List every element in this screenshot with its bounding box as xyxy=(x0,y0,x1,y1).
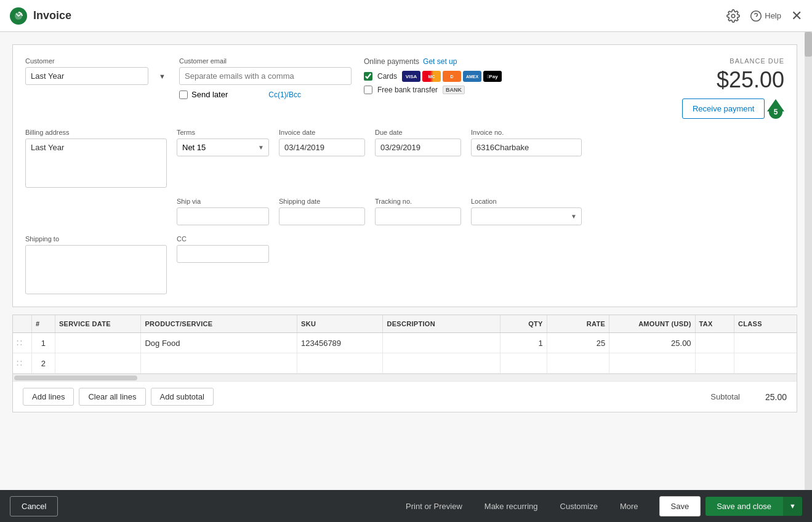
tax-cell-1[interactable] xyxy=(695,333,734,353)
th-class: CLASS xyxy=(734,315,797,333)
qty-cell-2[interactable] xyxy=(500,353,547,374)
sku-cell-2[interactable] xyxy=(297,353,383,374)
class-input-1[interactable] xyxy=(738,339,793,348)
shipping-date-field-group: Shipping date xyxy=(279,198,365,225)
main-content-area: Customer Last Year ▼ Customer email Send… xyxy=(0,32,812,490)
make-recurring-button[interactable]: Make recurring xyxy=(473,497,549,516)
print-preview-button[interactable]: Print or Preview xyxy=(395,497,473,516)
rate-input-1[interactable] xyxy=(551,339,605,348)
sku-input-2[interactable] xyxy=(301,359,379,368)
qty-input-1[interactable] xyxy=(504,339,543,348)
terms-label: Terms xyxy=(177,129,269,136)
class-input-2[interactable] xyxy=(738,359,793,368)
invoice-form: Customer Last Year ▼ Customer email Send… xyxy=(12,44,797,307)
bank-icon: BANK xyxy=(443,86,465,94)
horizontal-scrollbar[interactable] xyxy=(13,374,797,381)
help-button[interactable]: Help xyxy=(750,10,781,22)
settings-button[interactable] xyxy=(726,9,740,23)
add-lines-button[interactable]: Add lines xyxy=(23,388,74,406)
page-title: Invoice xyxy=(33,9,71,22)
terms-select[interactable]: Net 15 Net 30 Net 60 Due on receipt xyxy=(177,139,269,156)
description-input-2[interactable] xyxy=(387,359,496,368)
tax-cell-2[interactable] xyxy=(695,353,734,374)
product-cell-1[interactable] xyxy=(141,333,297,353)
th-sku: SKU xyxy=(297,315,383,333)
service-date-input-2[interactable] xyxy=(59,359,137,368)
bank-transfer-label: Free bank transfer xyxy=(377,86,438,94)
save-button[interactable]: Save xyxy=(659,496,701,516)
table-scroll-area[interactable]: # SERVICE DATE PRODUCT/SERVICE SKU DESCR… xyxy=(13,315,797,374)
product-cell-2[interactable] xyxy=(141,353,297,374)
table-row: ∷ 1 25.00 xyxy=(13,333,797,353)
due-date-input[interactable]: 03/29/2019 xyxy=(375,139,461,156)
tracking-no-input[interactable] xyxy=(375,207,461,225)
table-header-row: # SERVICE DATE PRODUCT/SERVICE SKU DESCR… xyxy=(13,315,797,333)
save-and-close-dropdown-button[interactable]: ▼ xyxy=(782,497,802,516)
service-date-cell-2[interactable] xyxy=(55,353,140,374)
row-num-2: 2 xyxy=(31,353,55,374)
add-subtotal-button[interactable]: Add subtotal xyxy=(151,388,214,406)
invoice-no-input[interactable]: 6316Charbake xyxy=(471,139,582,156)
invoice-no-field-group: Invoice no. 6316Charbake xyxy=(471,129,784,156)
receive-payment-button[interactable]: Receive payment xyxy=(682,98,765,119)
more-button[interactable]: More xyxy=(609,497,649,516)
description-cell-2[interactable] xyxy=(383,353,500,374)
online-payments-section: Online payments Get set up Cards VISA MC… xyxy=(364,57,670,98)
header-actions: Help ✕ xyxy=(726,0,802,31)
drag-cell-1[interactable]: ∷ xyxy=(13,333,31,353)
billing-address-field-group: Billing address Last Year xyxy=(25,129,167,188)
sku-input-1[interactable] xyxy=(301,339,379,348)
product-input-1[interactable] xyxy=(145,339,293,348)
get-set-up-link[interactable]: Get set up xyxy=(423,57,457,66)
bank-transfer-checkbox[interactable] xyxy=(364,86,372,94)
close-button[interactable]: ✕ xyxy=(791,8,802,24)
customer-dropdown-button[interactable]: ▼ xyxy=(159,73,166,80)
ship-via-input[interactable] xyxy=(177,207,269,225)
cc-input[interactable] xyxy=(177,245,269,263)
table-row: ∷ 2 xyxy=(13,353,797,374)
service-date-input-1[interactable] xyxy=(59,339,137,348)
drag-handle-icon[interactable]: ∷ xyxy=(17,358,22,368)
rate-input-2[interactable] xyxy=(551,359,605,368)
cancel-button[interactable]: Cancel xyxy=(10,496,58,516)
vertical-scrollbar[interactable] xyxy=(805,32,812,490)
rate-cell-2[interactable] xyxy=(547,353,609,374)
rate-cell-1[interactable] xyxy=(547,333,609,353)
save-and-close-button[interactable]: Save and close xyxy=(705,497,782,516)
sku-cell-1[interactable] xyxy=(297,333,383,353)
svg-point-2 xyxy=(751,10,762,21)
service-date-cell-1[interactable] xyxy=(55,333,140,353)
location-label: Location xyxy=(471,198,582,205)
shipping-to-textarea[interactable] xyxy=(25,245,167,294)
invoice-date-input[interactable]: 03/14/2019 xyxy=(279,139,365,156)
drag-cell-2[interactable]: ∷ xyxy=(13,353,31,374)
customer-email-input[interactable] xyxy=(179,67,352,85)
billing-address-textarea[interactable]: Last Year xyxy=(25,139,167,188)
qty-cell-1[interactable] xyxy=(500,333,547,353)
th-product: PRODUCT/SERVICE xyxy=(141,315,297,333)
customize-button[interactable]: Customize xyxy=(549,497,609,516)
cc-label: CC xyxy=(177,235,269,243)
customer-input[interactable]: Last Year xyxy=(25,67,148,85)
description-input-1[interactable] xyxy=(387,339,496,348)
tax-input-1[interactable] xyxy=(699,339,730,348)
clear-all-lines-button[interactable]: Clear all lines xyxy=(79,388,145,406)
cc-bcc-link[interactable]: Cc(1)/Bcc xyxy=(268,90,301,99)
shipping-date-label: Shipping date xyxy=(279,198,365,205)
scroll-x-thumb xyxy=(14,375,137,380)
send-later-checkbox[interactable] xyxy=(179,90,188,99)
description-cell-1[interactable] xyxy=(383,333,500,353)
product-input-2[interactable] xyxy=(145,359,293,368)
tax-input-2[interactable] xyxy=(699,359,730,368)
class-cell-2[interactable] xyxy=(734,353,797,374)
location-select[interactable] xyxy=(471,207,582,225)
cc-field-group: CC xyxy=(177,235,269,263)
qty-input-2[interactable] xyxy=(504,359,543,368)
table-actions-bar: Add lines Clear all lines Add subtotal S… xyxy=(13,381,797,412)
class-cell-1[interactable] xyxy=(734,333,797,353)
discover-icon: D xyxy=(443,71,461,82)
cards-checkbox[interactable] xyxy=(364,72,372,81)
shipping-date-input[interactable] xyxy=(279,207,365,225)
drag-handle-icon[interactable]: ∷ xyxy=(17,338,22,348)
th-qty: QTY xyxy=(500,315,547,333)
